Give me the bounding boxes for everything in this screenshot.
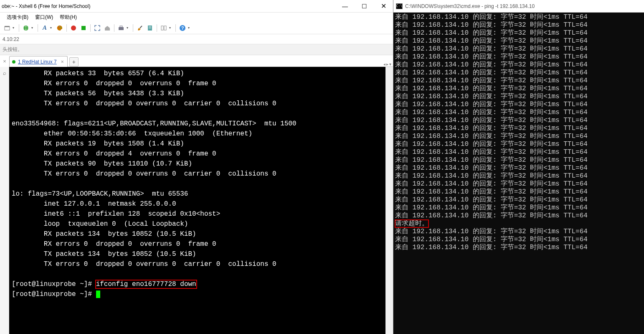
home-icon[interactable] [103,23,112,33]
help-icon[interactable]: ? [178,23,187,33]
xshell-toolbar: ▾ ▾ A ▾ ▾ ▾ ? ▾ [0,22,393,34]
xshell-title: obe:~ - Xshell 6 (Free for Home/School) [0,3,335,9]
cmd-icon: C:\ [396,3,403,9]
font-icon[interactable]: A [40,23,49,33]
fullscreen-icon[interactable] [93,23,102,33]
svg-text:?: ? [181,25,184,31]
minimize-button[interactable]: — [335,0,355,13]
tab-row: × 1 RedHat Linux 7 × + ◂▸▾ [0,55,393,67]
xshell-body: ⌕ RX packets 33 bytes 6557 (6.4 KiB) RX … [0,67,393,334]
menu-help[interactable]: 帮助(H) [57,13,79,22]
split-icon[interactable] [159,23,168,33]
cmd-terminal[interactable]: 来自 192.168.134.10 的回复: 字节=32 时间<1ms TTL=… [393,13,644,334]
svg-rect-16 [161,26,163,30]
xshell-sidebar: ⌕ [0,67,9,334]
maximize-button[interactable]: ☐ [355,0,374,13]
svg-rect-0 [5,27,10,30]
toolbar-btn-1[interactable] [3,23,12,33]
terminal-scrollbar[interactable] [385,67,393,334]
menu-window[interactable]: 窗口(W) [33,13,56,22]
toolbar-dd-1[interactable]: ▾ [13,26,16,30]
palette-icon[interactable] [55,23,64,33]
tab-panel-close[interactable]: × [0,55,9,67]
tab-label: 1 RedHat Linux 7 [18,59,57,65]
session-tab[interactable]: 1 RedHat Linux 7 × [9,56,68,67]
toolbar-dd-3[interactable]: ▾ [50,26,53,30]
svg-point-6 [59,26,60,27]
tab-nav[interactable]: ◂▸▾ [383,62,393,66]
xshell-window: obe:~ - Xshell 6 (Free for Home/School) … [0,0,393,334]
close-button[interactable]: ✕ [374,0,393,13]
svg-point-7 [61,27,61,28]
svg-rect-10 [119,27,124,30]
toolbar-dd-2[interactable]: ▾ [31,26,35,30]
toolbar-dd-5[interactable]: ▾ [169,26,172,30]
status-dot-icon [12,60,15,64]
svg-line-12 [140,26,142,28]
globe-icon[interactable] [21,23,30,33]
add-tab-button[interactable]: + [69,57,79,66]
address-text: 4.10:22 [3,36,19,42]
address-bar[interactable]: 4.10:22 [0,34,393,44]
tab-close-icon[interactable]: × [61,59,64,65]
cmd-title: C:\WINDOWS\system32\cmd.exe - ping -t 19… [405,3,535,9]
toolbox-icon[interactable] [117,23,126,33]
toolbar-dd-6[interactable]: ▾ [188,26,191,30]
menu-tab[interactable]: 选项卡(B) [4,13,31,22]
notes-icon[interactable] [145,23,155,33]
svg-rect-1 [5,26,10,27]
xshell-menubar: 选项卡(B) 窗口(W) 帮助(H) [0,13,393,22]
cmd-titlebar: C:\ C:\WINDOWS\system32\cmd.exe - ping -… [393,0,644,13]
toolbar-dd-4[interactable]: ▾ [127,26,130,30]
brush-icon[interactable] [135,23,145,33]
svg-point-5 [58,27,59,28]
svg-point-8 [71,25,76,31]
record-icon[interactable] [69,23,78,33]
xshell-titlebar: obe:~ - Xshell 6 (Free for Home/School) … [0,0,393,13]
terminal[interactable]: RX packets 33 bytes 6557 (6.4 KiB) RX er… [9,67,385,334]
svg-rect-11 [120,26,122,27]
svg-rect-17 [164,26,166,30]
hint-bar: 头按钮。 [0,44,393,55]
svg-rect-9 [81,26,86,30]
stop-icon[interactable] [79,23,88,33]
search-icon[interactable]: ⌕ [1,69,8,76]
cmd-window: C:\ C:\WINDOWS\system32\cmd.exe - ping -… [393,0,644,334]
